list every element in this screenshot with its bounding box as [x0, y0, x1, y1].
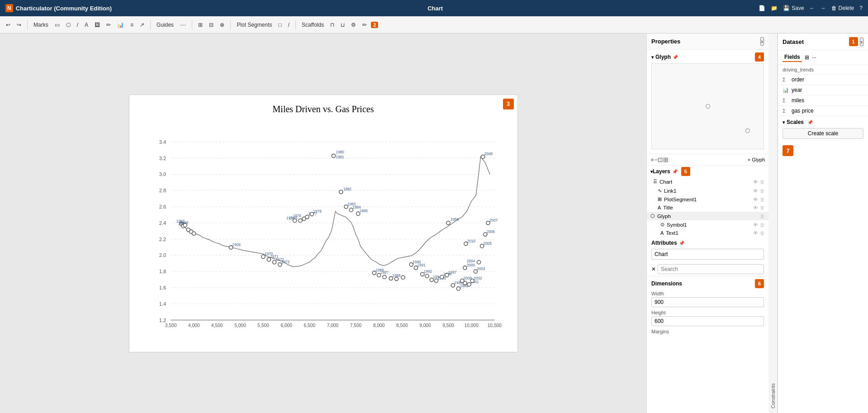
- field-miles[interactable]: Σ miles: [778, 95, 868, 106]
- badge-3: 3: [503, 99, 514, 109]
- grid2-tool[interactable]: ⊟: [207, 20, 216, 29]
- undo-tool[interactable]: ↩: [4, 20, 13, 29]
- layer-text1[interactable]: A Text1 👁 🗑: [647, 229, 768, 237]
- width-input[interactable]: [651, 297, 764, 307]
- svg-point-46: [298, 218, 302, 222]
- canvas-area[interactable]: Miles Driven vs. Gas Prices 3 3.4 3.2: [0, 33, 646, 413]
- title-layer-label: Title: [663, 205, 673, 210]
- marks-button[interactable]: Marks: [31, 20, 51, 29]
- badge-6: 6: [755, 279, 764, 288]
- layer-symbol1[interactable]: ⊙ Symbol1 👁 🗑: [647, 220, 768, 229]
- layer-link1[interactable]: ∿ Link1 👁 🗑: [647, 186, 768, 195]
- rect-tool[interactable]: ▭: [52, 20, 62, 29]
- image-tool[interactable]: 🖼: [92, 20, 102, 29]
- chart-trash-icon[interactable]: 🗑: [760, 179, 765, 185]
- arrow-tool[interactable]: ↗: [138, 20, 147, 29]
- link1-eye[interactable]: 👁: [753, 188, 758, 194]
- create-scale-button[interactable]: Create scale: [783, 128, 863, 139]
- scaffold3[interactable]: ⚙: [349, 20, 358, 29]
- app-name: Charticulator (Community Edition): [16, 5, 112, 12]
- svg-text:1.8: 1.8: [159, 269, 166, 274]
- zoom-out[interactable]: −: [654, 156, 658, 163]
- svg-point-44: [339, 190, 342, 194]
- main-area: Miles Driven vs. Gas Prices 3 3.4 3.2: [0, 33, 868, 413]
- plot-seg-box[interactable]: □: [276, 20, 284, 29]
- svg-text:2006: 2006: [486, 230, 495, 234]
- add-glyph-button[interactable]: + Glyph: [748, 157, 765, 162]
- circle-grid-tool[interactable]: ⊕: [218, 20, 227, 29]
- symbol1-eye[interactable]: 👁: [753, 222, 758, 228]
- field-year[interactable]: 📊 year: [778, 85, 868, 95]
- svg-text:1973: 1973: [281, 260, 289, 264]
- list-tool[interactable]: ≡: [128, 20, 136, 29]
- grid1-tool[interactable]: ⊞: [196, 20, 205, 29]
- zoom-in[interactable]: +: [650, 156, 654, 163]
- plot-trash[interactable]: 🗑: [760, 197, 765, 202]
- layers-header[interactable]: ▾ Layers 📌 5: [647, 166, 768, 177]
- layer-plotsegment1[interactable]: ⊞ PlotSegment1 👁 🗑: [647, 195, 768, 204]
- chart-name-input[interactable]: [651, 249, 764, 260]
- help-button[interactable]: ?: [859, 5, 863, 11]
- symbol1-icon: ⊙: [660, 222, 664, 228]
- text1-eye[interactable]: 👁: [753, 230, 758, 236]
- zoom-fit[interactable]: ⊡: [658, 156, 663, 163]
- pencil-tool[interactable]: ✏: [104, 20, 113, 29]
- svg-text:7,500: 7,500: [350, 323, 361, 328]
- field-order[interactable]: Σ order: [778, 75, 868, 85]
- height-input[interactable]: [651, 316, 764, 326]
- dataset-collapse[interactable]: ›: [860, 38, 863, 46]
- scaffold4[interactable]: ✏: [360, 20, 369, 29]
- title-eye[interactable]: 👁: [753, 205, 758, 210]
- layer-chart[interactable]: ⠿ Chart 👁 🗑: [647, 177, 768, 186]
- link1-icon: ∿: [658, 188, 662, 194]
- guides-button[interactable]: Guides: [154, 20, 176, 29]
- svg-text:2003: 2003: [477, 267, 485, 271]
- field-gas-price[interactable]: Σ gas price: [778, 106, 868, 116]
- glyph-header[interactable]: ▾ Glyph 📌 4: [651, 52, 764, 62]
- attributes-label: Attributes: [651, 240, 677, 246]
- dataset-grid-button[interactable]: ⊞: [805, 54, 809, 61]
- text1-icon: A: [660, 230, 664, 236]
- scaffolds-button[interactable]: Scaffolds: [299, 20, 326, 29]
- plot-segments-button[interactable]: Plot Segments: [234, 20, 274, 29]
- undo-button[interactable]: ←: [810, 5, 815, 11]
- fields-tab[interactable]: Fields: [783, 53, 802, 62]
- chart-layer-label: Chart: [659, 179, 672, 185]
- plot-eye[interactable]: 👁: [753, 197, 758, 202]
- save-button[interactable]: 💾 Save: [783, 5, 804, 11]
- zoom-reset[interactable]: ⊞: [663, 156, 669, 163]
- svg-text:2.2: 2.2: [159, 236, 166, 242]
- badge-1: 1: [849, 37, 858, 46]
- redo-button[interactable]: →: [821, 5, 826, 11]
- title-trash[interactable]: 🗑: [760, 205, 765, 210]
- text1-trash[interactable]: 🗑: [760, 230, 765, 236]
- app-title: N Charticulator (Community Edition): [5, 4, 112, 12]
- dataset-more-button[interactable]: ···: [812, 54, 816, 61]
- delete-button[interactable]: 🗑 Delete: [831, 5, 854, 11]
- scaffold2[interactable]: ⊔: [338, 20, 347, 29]
- layer-title[interactable]: A Title 👁 🗑: [647, 204, 768, 212]
- constraints-tab[interactable]: Constraints: [768, 33, 778, 413]
- plot-seg-slash[interactable]: /: [286, 20, 292, 29]
- new-button[interactable]: 📄: [759, 5, 765, 11]
- chart-eye-icon[interactable]: 👁: [753, 179, 758, 185]
- open-button[interactable]: 📁: [771, 5, 778, 11]
- guides-dots[interactable]: ····: [178, 20, 188, 29]
- properties-collapse[interactable]: ›: [760, 37, 764, 46]
- scaffold1[interactable]: ⊓: [328, 20, 337, 29]
- zoom-bar: + − ⊡ ⊞ + Glyph: [647, 154, 768, 166]
- text-tool[interactable]: A: [82, 20, 90, 29]
- search-input[interactable]: [658, 264, 764, 274]
- svg-text:1997: 1997: [448, 271, 457, 275]
- layer-glyph[interactable]: ⬡ Glyph 🗑: [647, 212, 768, 220]
- redo-tool[interactable]: ↪: [14, 20, 24, 29]
- scales-header[interactable]: ▾ Scales 📌: [783, 119, 863, 125]
- glyph-trash[interactable]: 🗑: [760, 214, 765, 219]
- lasso-tool[interactable]: ⬡: [64, 20, 73, 29]
- link1-trash[interactable]: 🗑: [760, 188, 765, 194]
- chart-icon-tool[interactable]: 📊: [115, 20, 126, 29]
- glyph-layer-label: Glyph: [657, 214, 671, 219]
- sep5: [295, 20, 296, 29]
- pen-tool[interactable]: /: [75, 20, 81, 29]
- symbol1-trash[interactable]: 🗑: [760, 222, 765, 228]
